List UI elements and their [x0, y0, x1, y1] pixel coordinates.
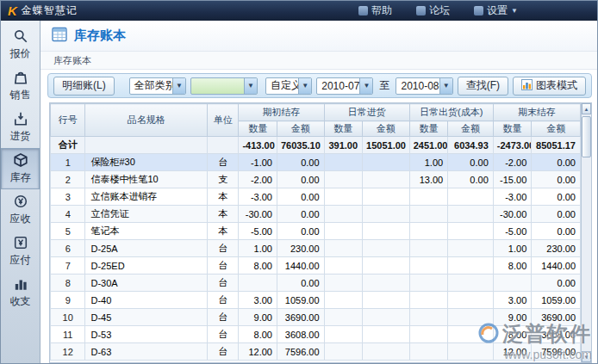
date-from-input[interactable]: 2010-07-06 ▼ [316, 77, 373, 95]
sidebar-item-inventory[interactable]: 库存 [1, 148, 40, 189]
value-cell: 230.00 [532, 240, 581, 257]
chevron-down-icon[interactable]: ▼ [298, 78, 311, 94]
value-cell [409, 188, 448, 206]
bar-chart-icon [13, 276, 28, 292]
titlebar-menu: 帮助 论坛 设置 ▼ [358, 3, 518, 18]
col-header-qty[interactable]: 数量 [409, 121, 448, 137]
scrollbar-thumb[interactable] [582, 116, 591, 157]
col-header-qty[interactable]: 数量 [239, 121, 277, 137]
value-cell: 9.00 [493, 309, 532, 326]
chevron-down-icon[interactable]: ▼ [172, 78, 185, 94]
col-group-shipment[interactable]: 日常出货(成本) [409, 104, 493, 121]
value-cell: 0.00 [532, 171, 581, 188]
sidebar-item-sales[interactable]: 销售 [1, 65, 40, 107]
table-row[interactable]: 12D-63台12.007596.0012.007596.00 [51, 343, 581, 361]
value-cell [363, 154, 410, 171]
value-cell: 85051.17 [532, 137, 581, 154]
value-cell: 0.00 [277, 188, 324, 206]
unit-cell: 支 [208, 171, 239, 188]
col-header-qty[interactable]: 数量 [493, 121, 532, 137]
col-header-qty[interactable]: 数量 [324, 121, 363, 137]
date-to-input[interactable]: 2010-08-05 ▼ [396, 77, 452, 95]
sidebar-item-label: 销售 [10, 88, 31, 102]
col-header-unit[interactable]: 单位 [208, 104, 239, 137]
value-cell [324, 188, 363, 206]
row-number-cell: 2 [51, 171, 85, 188]
col-group-ending[interactable]: 期末结存 [493, 104, 580, 121]
sidebar-item-receivable[interactable]: 应收 [1, 189, 40, 231]
product-name-cell: D-53 [85, 326, 208, 343]
table-row[interactable]: 1保险柜#30台-1.000.001.000.00-2.000.00 [51, 154, 581, 171]
range-select-value: 自定义 [266, 78, 298, 93]
value-cell: 12.00 [239, 343, 277, 361]
help-label: 帮助 [371, 3, 392, 18]
col-header-row-no[interactable]: 行号 [51, 104, 85, 137]
value-cell [448, 275, 494, 292]
value-cell [448, 292, 494, 309]
sidebar-item-payable[interactable]: 应付 [1, 231, 40, 272]
col-header-amt[interactable]: 金额 [363, 121, 410, 137]
value-cell: -30.00 [239, 206, 277, 223]
range-select[interactable]: 自定义 ▼ [265, 77, 312, 95]
unit-cell: 台 [208, 275, 239, 292]
value-cell [409, 326, 448, 343]
unit-cell: 台 [208, 154, 239, 171]
value-cell: 1059.00 [277, 292, 324, 309]
sidebar-item-purchase[interactable]: 进货 [1, 107, 40, 148]
chart-mode-label: 图表模式 [536, 78, 577, 93]
breadcrumb-label: 库存账本 [53, 54, 91, 67]
chevron-down-icon[interactable]: ▼ [244, 78, 257, 94]
value-cell: 0.00 [532, 188, 581, 206]
forum-menu-item[interactable]: 论坛 [416, 3, 450, 18]
table-row[interactable]: 8D-30A台0.000.00 [51, 275, 581, 292]
category-select[interactable]: 全部类别 ▼ [129, 77, 186, 95]
col-header-amt[interactable]: 金额 [532, 121, 581, 137]
col-group-opening[interactable]: 期初结存 [239, 104, 324, 121]
table-scroll: 行号 品名规格 单位 期初结存 日常进货 日常出货(成本) 期末结存 数量 金额 [49, 102, 581, 363]
table-row[interactable]: 4立信凭证本-30.000.00-30.000.00 [51, 206, 581, 223]
value-cell: 3.00 [493, 292, 532, 309]
product-name-cell [85, 137, 208, 154]
scroll-down-icon[interactable]: ▼ [582, 351, 591, 362]
scroll-up-icon[interactable]: ▲ [582, 103, 591, 114]
row-number-cell: 11 [51, 326, 85, 343]
table-row[interactable]: 5笔记本本-5.000.00-5.000.00 [51, 223, 581, 240]
row-number-cell: 10 [51, 309, 85, 326]
table-row[interactable]: 10D-45台9.003690.009.003690.00 [51, 309, 581, 326]
table-row[interactable]: 2信泰楼中性笔10支-2.000.0013.000.00-15.000.00 [51, 171, 581, 188]
find-button[interactable]: 查找(F) [458, 77, 508, 96]
unit-cell: 本 [208, 206, 239, 223]
row-number-cell: 6 [51, 240, 85, 257]
value-cell: -2.00 [239, 171, 277, 188]
value-cell [324, 154, 363, 171]
calendar-dropdown-icon[interactable]: ▼ [439, 78, 452, 94]
table-row[interactable]: 9D-40台3.001059.003.001059.00 [51, 292, 581, 309]
value-cell [324, 206, 363, 223]
table-row[interactable]: 6D-25A台1.00230.001.00230.00 [51, 240, 581, 257]
table-row[interactable]: 11D-53台8.003608.008.003608.00 [51, 326, 581, 343]
value-cell [409, 257, 448, 275]
chart-mode-button[interactable]: 图表模式 [513, 77, 586, 96]
product-select[interactable]: ▼ [190, 77, 258, 95]
col-header-amt[interactable]: 金额 [448, 121, 494, 137]
col-group-purchase[interactable]: 日常进货 [324, 104, 409, 121]
table-row[interactable]: 3立信账本进销存本-3.000.00-3.000.00 [51, 188, 581, 206]
calendar-dropdown-icon[interactable]: ▼ [359, 78, 372, 94]
value-cell: 0.00 [532, 206, 581, 223]
value-cell [363, 206, 410, 223]
help-menu-item[interactable]: 帮助 [358, 3, 392, 18]
value-cell: 3.00 [239, 292, 277, 309]
app-window: K 金蝶智慧记 帮助 论坛 设置 ▼ 报价 [0, 0, 598, 364]
unit-cell: 台 [208, 240, 239, 257]
detail-ledger-button[interactable]: 明细账(L) [53, 77, 115, 96]
sidebar-item-quote[interactable]: 报价 [1, 24, 40, 65]
sidebar-item-cashflow[interactable]: 收支 [1, 272, 40, 313]
table-row[interactable]: 7D-25ED台8.001440.008.001440.00 [51, 257, 581, 275]
unit-cell: 台 [208, 343, 239, 361]
value-cell [324, 223, 363, 240]
col-header-amt[interactable]: 金额 [277, 121, 324, 137]
value-cell: 3690.00 [277, 309, 324, 326]
vertical-scrollbar[interactable]: ▲ ▼ [581, 102, 592, 363]
col-header-name[interactable]: 品名规格 [85, 104, 208, 137]
settings-menu-item[interactable]: 设置 ▼ [474, 3, 518, 18]
